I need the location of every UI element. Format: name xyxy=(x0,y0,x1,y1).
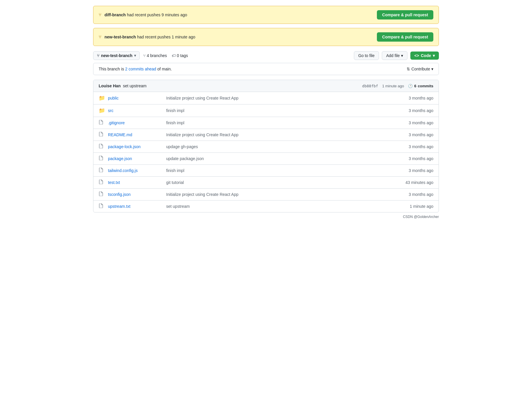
contribute-button[interactable]: ⇅ Contribute ▾ xyxy=(407,67,433,71)
commits-ahead-text: This branch is 2 commits ahead of main. xyxy=(99,67,172,71)
file-name[interactable]: tsconfig.json xyxy=(108,192,166,197)
file-icon xyxy=(99,180,108,185)
tags-label: tags xyxy=(180,53,188,58)
contribute-icon: ⇅ xyxy=(407,67,410,71)
banner-left: ⑂ new-test-branch had recent pushes 1 mi… xyxy=(99,34,195,40)
go-to-file-button[interactable]: Go to file xyxy=(354,51,379,60)
banner-left: ⑂ diff-branch had recent pushes 9 minute… xyxy=(99,12,187,17)
commit-author: Louise Han xyxy=(99,84,120,88)
file-commit-message: Initialize project using Create React Ap… xyxy=(166,132,396,137)
clock-icon: 🕐 xyxy=(408,84,413,88)
file-name[interactable]: src xyxy=(108,108,166,113)
commit-header: Louise Han set upstream db88fbf 1 minute… xyxy=(93,80,439,92)
branch-icon: ⑂ xyxy=(97,53,99,58)
table-row: tsconfig.json Initialize project using C… xyxy=(93,189,439,201)
commits-ahead-suffix: of main. xyxy=(156,67,172,71)
file-name[interactable]: public xyxy=(108,96,166,100)
file-icon xyxy=(99,120,108,126)
commits-ahead-prefix: This branch is xyxy=(99,67,125,71)
file-commit-message: finish impl xyxy=(166,120,396,125)
file-icon xyxy=(99,168,108,173)
file-time: 3 months ago xyxy=(396,144,433,149)
banner-text: new-test-branch had recent pushes 1 minu… xyxy=(104,35,195,39)
file-time: 1 minute ago xyxy=(396,204,433,209)
branch-icon: ⑂ xyxy=(99,34,102,40)
commits-ahead-link[interactable]: 2 commits ahead xyxy=(125,67,156,71)
toolbar: ⑂ new-test-branch ▾ ⑂ 4 branches 🏷 0 tag… xyxy=(93,51,439,60)
contribute-label: Contribute xyxy=(411,67,430,71)
table-row: 📁 src finish impl 3 months ago xyxy=(93,104,439,117)
chevron-down-icon: ▾ xyxy=(401,53,403,58)
commit-hash: db88fbf xyxy=(362,84,378,88)
file-commit-message: finish impl xyxy=(166,108,396,113)
commit-header-left: Louise Han set upstream xyxy=(99,84,146,88)
file-name[interactable]: tailwind.config.js xyxy=(108,168,166,173)
commits-count: 🕐 6 commits xyxy=(408,84,433,88)
file-name[interactable]: package-lock.json xyxy=(108,144,166,149)
add-file-button[interactable]: Add file ▾ xyxy=(382,51,407,60)
file-name[interactable]: test.txt xyxy=(108,180,166,185)
chevron-down-icon: ▾ xyxy=(134,54,136,58)
file-time: 3 months ago xyxy=(396,108,433,113)
table-row: tailwind.config.js finish impl 3 months … xyxy=(93,165,439,177)
branches-count: 4 xyxy=(147,53,149,58)
commit-header-right: db88fbf 1 minute ago 🕐 6 commits xyxy=(362,84,433,88)
branches-label: branches xyxy=(150,53,167,58)
branch-count-icon: ⑂ xyxy=(143,53,146,58)
file-time: 43 minutes ago xyxy=(396,180,433,185)
table-row: README.md Initialize project using Creat… xyxy=(93,129,439,141)
commits-ahead-bar: This branch is 2 commits ahead of main. … xyxy=(93,63,439,75)
file-rows-container: 📁 public Initialize project using Create… xyxy=(93,92,439,212)
file-time: 3 months ago xyxy=(396,132,433,137)
current-branch-label: new-test-branch xyxy=(101,53,132,58)
file-commit-message: git tutorial xyxy=(166,180,396,185)
table-row: package.json update package.json 3 month… xyxy=(93,153,439,165)
meta-info: ⑂ 4 branches 🏷 0 tags xyxy=(143,53,188,58)
folder-icon: 📁 xyxy=(99,107,108,114)
branch-icon: ⑂ xyxy=(99,12,102,17)
file-time: 3 months ago xyxy=(396,96,433,100)
file-name[interactable]: README.md xyxy=(108,132,166,137)
file-name[interactable]: .gitignore xyxy=(108,120,166,125)
file-icon xyxy=(99,156,108,162)
folder-icon: 📁 xyxy=(99,95,108,101)
table-row: .gitignore finish impl 3 months ago xyxy=(93,117,439,129)
file-icon xyxy=(99,203,108,209)
code-icon: <> xyxy=(414,53,419,58)
tags-link[interactable]: 🏷 0 tags xyxy=(172,53,188,58)
branch-selector[interactable]: ⑂ new-test-branch ▾ xyxy=(93,51,140,60)
tag-icon: 🏷 xyxy=(172,53,176,58)
banner-diff-branch: ⑂ diff-branch had recent pushes 9 minute… xyxy=(93,6,439,24)
file-name[interactable]: upstream.txt xyxy=(108,204,166,209)
commits-number: 6 xyxy=(414,84,416,88)
file-commit-message: Initialize project using Create React Ap… xyxy=(166,192,396,197)
file-icon xyxy=(99,191,108,197)
branch-name: new-test-branch xyxy=(104,35,136,39)
file-time: 3 months ago xyxy=(396,156,433,161)
file-commit-message: updage gh-pages xyxy=(166,144,396,149)
table-row: package-lock.json updage gh-pages 3 mont… xyxy=(93,141,439,153)
compare-pull-request-button[interactable]: Compare & pull request xyxy=(377,10,433,19)
file-time: 3 months ago xyxy=(396,192,433,197)
table-row: test.txt git tutorial 43 minutes ago xyxy=(93,177,439,189)
file-name[interactable]: package.json xyxy=(108,156,166,161)
banner-new-test-branch: ⑂ new-test-branch had recent pushes 1 mi… xyxy=(93,28,439,46)
code-label: Code xyxy=(421,53,431,58)
branch-name: diff-branch xyxy=(104,13,126,17)
file-commit-message: finish impl xyxy=(166,168,396,173)
file-table: Louise Han set upstream db88fbf 1 minute… xyxy=(93,80,439,212)
add-file-label: Add file xyxy=(386,53,400,58)
toolbar-right: Go to file Add file ▾ <> Code ▾ xyxy=(354,51,439,60)
chevron-down-icon: ▾ xyxy=(431,67,433,71)
file-commit-message: Initialize project using Create React Ap… xyxy=(166,96,396,100)
compare-pull-request-button[interactable]: Compare & pull request xyxy=(377,32,433,42)
branches-link[interactable]: ⑂ 4 branches xyxy=(143,53,167,58)
chevron-down-icon: ▾ xyxy=(433,53,435,58)
commit-message: set upstream xyxy=(123,84,146,88)
code-button[interactable]: <> Code ▾ xyxy=(410,52,439,60)
commit-time: 1 minute ago xyxy=(382,84,404,88)
file-icon xyxy=(99,132,108,138)
table-row: upstream.txt set upstream 1 minute ago xyxy=(93,201,439,212)
tags-count: 0 xyxy=(177,53,179,58)
file-time: 3 months ago xyxy=(396,120,433,125)
